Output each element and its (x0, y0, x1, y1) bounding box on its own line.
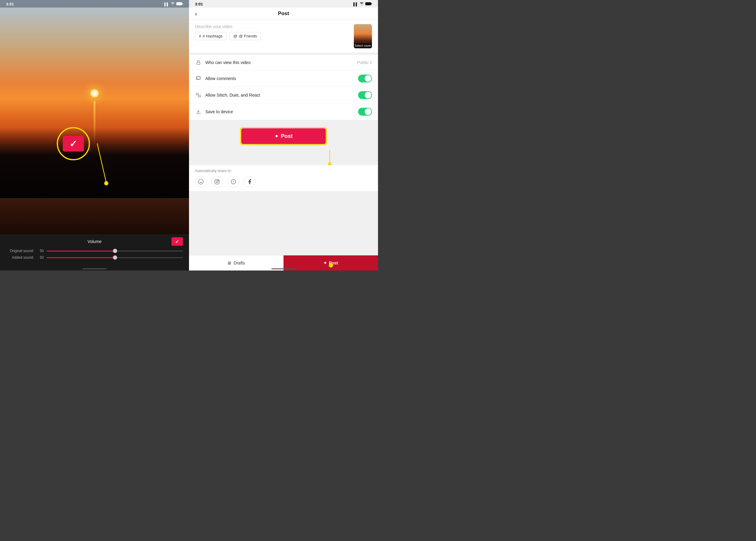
added-sound-thumb[interactable] (113, 256, 117, 260)
allow-comments-toggle[interactable] (358, 75, 372, 82)
signal-icon-right: ▌▌ (353, 2, 358, 6)
hashtags-label: # Hashtags (203, 34, 223, 38)
original-sound-fill (47, 251, 115, 252)
status-bar-right: 3:01 ▌▌ (189, 0, 378, 8)
added-sound-track[interactable] (47, 257, 183, 258)
allow-comments-row: Allow comments (189, 70, 378, 87)
hashtags-button[interactable]: # # Hashtags (195, 32, 227, 40)
svg-text:+: + (233, 180, 234, 183)
post-bottom-sparkle: ✦ (323, 261, 327, 266)
bottom-controls: Volume Original sound 50 Added sound 50 (0, 234, 189, 270)
friends-label: @ Friends (239, 34, 257, 38)
signal-icon-left: ▌▌ (164, 2, 169, 6)
original-sound-track[interactable] (47, 251, 183, 252)
settings-section: Who can view this video Public Allow com… (189, 55, 378, 120)
drafts-button[interactable]: ⊞ Drafts (189, 256, 284, 270)
top-bar: ‹ Post (189, 8, 378, 20)
post-button-text: Post (281, 133, 293, 140)
toggle-knob-stitch (365, 92, 372, 98)
yellow-dot-right (329, 263, 333, 268)
at-icon: @ (233, 34, 237, 38)
toggle-knob-comments (365, 75, 372, 82)
volume-label: Volume (65, 239, 124, 244)
video-background (0, 0, 189, 234)
arrow-line-left (78, 143, 117, 186)
wifi-icon-right (360, 2, 364, 6)
right-phone: 3:01 ▌▌ ‹ Post Describe your video (189, 0, 378, 270)
friends-button[interactable]: @ @ Friends (230, 32, 261, 40)
post-button-area: ✦ Post (189, 122, 378, 150)
who-can-view-row[interactable]: Who can view this video Public (189, 55, 378, 70)
post-button-main-label: ✦ Post (275, 133, 293, 140)
who-can-view-value: Public (357, 60, 372, 65)
post-button-main[interactable]: ✦ Post (241, 128, 326, 144)
home-indicator-left (82, 269, 107, 269)
instagram-icon[interactable] (211, 176, 223, 188)
slider-added-sound: Added sound 50 (6, 256, 183, 260)
original-sound-thumb[interactable] (113, 249, 117, 253)
svg-line-2 (97, 143, 106, 183)
who-can-view-label: Who can view this video (205, 60, 357, 65)
time-right: 3:01 (195, 2, 203, 6)
thumbnail-wrapper[interactable]: Select cover (354, 24, 372, 48)
toggle-knob-save (365, 108, 372, 115)
status-bar-left: 3:01 ▌▌ (0, 0, 189, 8)
slider-original-sound: Original sound 50 (6, 249, 183, 253)
left-phone: 3:01 ▌▌ (0, 0, 189, 270)
svg-rect-4 (365, 2, 371, 5)
added-sound-fill (47, 257, 115, 258)
save-to-device-toggle[interactable] (358, 108, 372, 116)
battery-icon-right (365, 2, 372, 6)
arrow-line-right (312, 150, 348, 165)
description-text-area: Describe your video # # Hashtags @ @ Fri… (195, 24, 350, 40)
lock-icon (195, 59, 202, 66)
status-icons-left: ▌▌ (164, 2, 183, 6)
auto-share-label: Automatically share to: (195, 169, 372, 173)
allow-comments-label: Allow comments (205, 76, 358, 81)
back-button[interactable]: ‹ (195, 10, 197, 17)
stitch-icon (195, 92, 202, 98)
description-placeholder[interactable]: Describe your video (195, 24, 350, 29)
select-cover-label[interactable]: Select cover (354, 43, 372, 48)
hashtag-row: # # Hashtags @ @ Friends (195, 32, 350, 40)
sun (90, 89, 99, 98)
allow-stitch-row: Allow Stitch, Duet, and React (189, 87, 378, 104)
comment-icon (195, 75, 202, 82)
tiktok-circle-icon[interactable]: + (228, 176, 239, 188)
allow-stitch-label: Allow Stitch, Duet, and React (205, 93, 358, 98)
svg-point-11 (328, 162, 332, 165)
added-sound-value: 50 (36, 256, 44, 260)
allow-stitch-toggle[interactable] (358, 91, 372, 99)
auto-share-section: Automatically share to: (189, 165, 378, 191)
svg-point-14 (218, 180, 219, 181)
status-icons-right: ▌▌ (353, 2, 372, 6)
svg-rect-5 (372, 3, 372, 5)
home-indicator-right (272, 269, 296, 269)
svg-rect-8 (196, 93, 198, 95)
share-icons-row: + (195, 176, 372, 188)
svg-point-3 (104, 181, 108, 185)
content-area: Describe your video # # Hashtags @ @ Fri… (189, 20, 378, 255)
volume-row: Volume (6, 237, 183, 246)
post-button-bottom[interactable]: ✦ Post (284, 256, 378, 270)
hashtag-icon: # (199, 34, 201, 38)
save-to-device-row: Save to device (189, 104, 378, 120)
svg-point-13 (216, 181, 218, 183)
added-sound-label: Added sound (6, 256, 33, 260)
original-sound-label: Original sound (6, 249, 33, 253)
battery-icon-left (176, 2, 183, 6)
download-icon (195, 108, 202, 115)
svg-rect-6 (197, 62, 200, 65)
sparkle-icon: ✦ (275, 134, 278, 139)
whatsapp-icon[interactable] (195, 176, 207, 188)
original-sound-value: 50 (36, 249, 44, 253)
drafts-icon: ⊞ (228, 261, 231, 266)
svg-rect-1 (182, 3, 183, 5)
drafts-label: Drafts (234, 261, 245, 266)
arrow-area (189, 150, 378, 165)
check-box-small[interactable] (172, 237, 183, 246)
svg-rect-0 (176, 2, 182, 5)
svg-rect-12 (215, 180, 220, 184)
facebook-icon[interactable] (244, 176, 256, 188)
wifi-icon-left (171, 2, 175, 6)
